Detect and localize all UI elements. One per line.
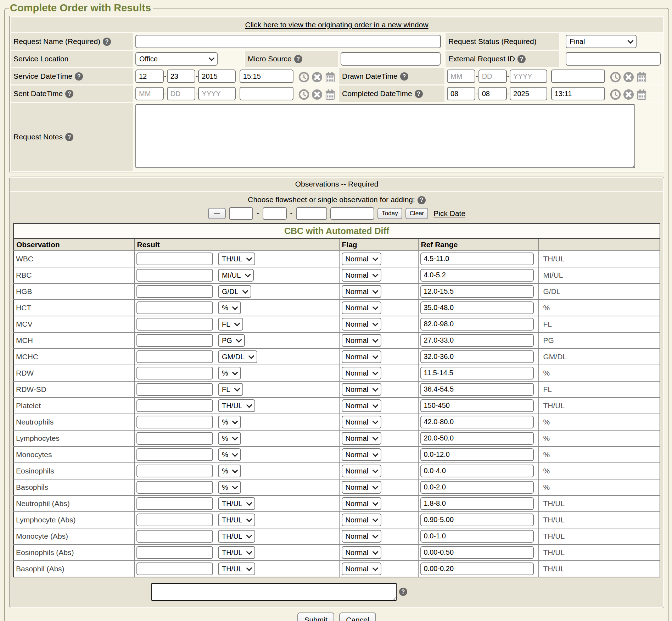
help-icon[interactable]: ? — [65, 90, 73, 98]
result-input[interactable] — [136, 432, 213, 445]
result-unit-select[interactable]: TH/UL — [218, 497, 255, 510]
ref-range-input[interactable] — [420, 367, 534, 379]
help-icon[interactable]: ? — [399, 588, 407, 596]
result-unit-select[interactable]: PG — [218, 334, 245, 347]
observation-note-input[interactable] — [151, 583, 397, 601]
result-input[interactable] — [136, 383, 213, 396]
completed-datetime-time-input[interactable] — [551, 87, 605, 100]
result-unit-select[interactable]: TH/UL — [218, 514, 255, 526]
collapse-button[interactable]: — — [208, 208, 226, 219]
flag-select[interactable]: Normal — [342, 497, 381, 510]
clear-date-icon[interactable] — [623, 72, 634, 83]
flag-select[interactable]: Normal — [342, 546, 381, 559]
ref-range-input[interactable] — [420, 562, 534, 575]
result-unit-select[interactable]: % — [218, 301, 241, 314]
drawn-datetime-year-input[interactable] — [510, 70, 547, 83]
flag-select[interactable]: Normal — [342, 253, 381, 265]
drawn-datetime-day-input[interactable] — [478, 70, 507, 83]
sent-datetime-month-input[interactable] — [135, 87, 164, 100]
flag-select[interactable]: Normal — [342, 285, 381, 298]
clear-button[interactable]: Clear — [405, 208, 429, 219]
clear-date-icon[interactable] — [312, 72, 323, 83]
result-unit-select[interactable]: % — [218, 448, 241, 461]
result-input[interactable] — [136, 416, 213, 428]
result-unit-select[interactable]: TH/UL — [218, 530, 255, 543]
drawn-datetime-month-input[interactable] — [447, 70, 475, 83]
originating-order-link[interactable]: Click here to view the originating order… — [245, 21, 428, 29]
completed-datetime-year-input[interactable] — [510, 87, 547, 100]
ref-range-input[interactable] — [420, 253, 534, 265]
result-unit-select[interactable]: % — [218, 432, 241, 445]
sent-datetime-day-input[interactable] — [167, 87, 195, 100]
submit-button[interactable]: Submit — [297, 612, 334, 621]
help-icon[interactable]: ? — [418, 196, 426, 204]
ref-range-input[interactable] — [420, 318, 534, 331]
sent-datetime-time-input[interactable] — [240, 87, 293, 100]
today-button[interactable]: Today — [377, 208, 402, 219]
flag-select[interactable]: Normal — [342, 269, 381, 282]
result-unit-select[interactable]: GM/DL — [218, 350, 257, 363]
result-input[interactable] — [136, 253, 213, 265]
flag-select[interactable]: Normal — [342, 334, 381, 347]
result-input[interactable] — [136, 285, 213, 298]
ref-range-input[interactable] — [420, 530, 534, 543]
result-input[interactable] — [136, 318, 213, 331]
result-unit-select[interactable]: G/DL — [218, 285, 251, 298]
clock-icon[interactable] — [610, 89, 621, 100]
calendar-icon[interactable] — [325, 72, 336, 83]
request-status-select[interactable]: Final — [566, 35, 637, 48]
result-input[interactable] — [136, 350, 213, 363]
service-location-select[interactable]: Office — [135, 52, 218, 66]
clock-icon[interactable] — [298, 89, 309, 100]
help-icon[interactable]: ? — [415, 90, 423, 98]
completed-datetime-month-input[interactable] — [447, 87, 475, 100]
flag-select[interactable]: Normal — [342, 562, 381, 575]
result-input[interactable] — [136, 334, 213, 347]
ref-range-input[interactable] — [420, 481, 534, 494]
clock-icon[interactable] — [298, 72, 309, 83]
cancel-button[interactable]: Cancel — [339, 612, 376, 621]
help-icon[interactable]: ? — [103, 38, 111, 46]
flag-select[interactable]: Normal — [342, 350, 381, 363]
flag-select[interactable]: Normal — [342, 416, 381, 428]
flag-select[interactable]: Normal — [342, 465, 381, 477]
ref-range-input[interactable] — [420, 301, 534, 314]
help-icon[interactable]: ? — [65, 133, 73, 141]
request-name-input[interactable] — [135, 35, 441, 48]
result-input[interactable] — [136, 448, 213, 461]
flag-select[interactable]: Normal — [342, 318, 381, 331]
result-input[interactable] — [136, 269, 213, 282]
ref-range-input[interactable] — [420, 350, 534, 363]
request-notes-textarea[interactable] — [135, 104, 635, 168]
external-request-id-input[interactable] — [566, 52, 661, 66]
flag-select[interactable]: Normal — [342, 399, 381, 412]
result-input[interactable] — [136, 301, 213, 314]
result-input[interactable] — [136, 546, 213, 559]
result-input[interactable] — [136, 367, 213, 379]
result-input[interactable] — [136, 399, 213, 412]
flag-select[interactable]: Normal — [342, 432, 381, 445]
result-unit-select[interactable]: % — [218, 465, 241, 477]
flag-select[interactable]: Normal — [342, 448, 381, 461]
flag-select[interactable]: Normal — [342, 481, 381, 494]
ref-range-input[interactable] — [420, 448, 534, 461]
service-datetime-month-input[interactable] — [135, 70, 164, 83]
obs-date-year-input[interactable] — [296, 207, 327, 220]
result-unit-select[interactable]: TH/UL — [218, 562, 255, 575]
result-input[interactable] — [136, 481, 213, 494]
completed-datetime-day-input[interactable] — [478, 87, 507, 100]
clear-date-icon[interactable] — [312, 89, 323, 100]
calendar-icon[interactable] — [325, 89, 336, 100]
result-unit-select[interactable]: TH/UL — [218, 546, 255, 559]
result-input[interactable] — [136, 514, 213, 526]
service-datetime-day-input[interactable] — [167, 70, 195, 83]
micro-source-input[interactable] — [341, 52, 441, 66]
result-unit-select[interactable]: FL — [218, 383, 243, 396]
result-input[interactable] — [136, 530, 213, 543]
ref-range-input[interactable] — [420, 285, 534, 298]
result-input[interactable] — [136, 497, 213, 510]
ref-range-input[interactable] — [420, 465, 534, 477]
ref-range-input[interactable] — [420, 334, 534, 347]
obs-date-month-input[interactable] — [229, 207, 253, 220]
ref-range-input[interactable] — [420, 432, 534, 445]
